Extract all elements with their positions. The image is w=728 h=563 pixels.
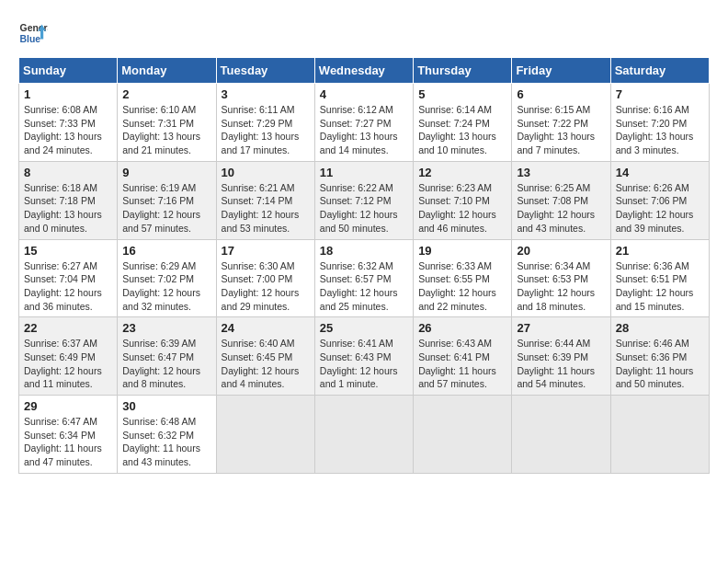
calendar-cell: 27Sunrise: 6:44 AM Sunset: 6:39 PM Dayli… — [512, 317, 610, 396]
calendar-cell: 1Sunrise: 6:08 AM Sunset: 7:33 PM Daylig… — [19, 84, 118, 162]
day-number: 14 — [616, 166, 704, 179]
day-number: 3 — [222, 87, 310, 101]
calendar-cell — [414, 396, 512, 474]
calendar-cell: 6Sunrise: 6:15 AM Sunset: 7:22 PM Daylig… — [512, 84, 610, 162]
day-info: Sunrise: 6:32 AM Sunset: 6:57 PM Dayligh… — [320, 259, 408, 314]
day-number: 24 — [222, 321, 310, 335]
day-info: Sunrise: 6:22 AM Sunset: 7:12 PM Dayligh… — [320, 181, 408, 236]
weekday-header-sunday: Sunday — [19, 58, 118, 84]
calendar-cell: 24Sunrise: 6:40 AM Sunset: 6:45 PM Dayli… — [216, 317, 314, 396]
day-info: Sunrise: 6:16 AM Sunset: 7:20 PM Dayligh… — [616, 103, 704, 157]
day-number: 18 — [320, 244, 408, 258]
calendar-cell: 30Sunrise: 6:48 AM Sunset: 6:32 PM Dayli… — [118, 396, 216, 474]
day-number: 9 — [122, 166, 210, 179]
calendar: SundayMondayTuesdayWednesdayThursdayFrid… — [18, 57, 710, 474]
calendar-cell: 11Sunrise: 6:22 AM Sunset: 7:12 PM Dayli… — [314, 161, 413, 239]
day-info: Sunrise: 6:27 AM Sunset: 7:04 PM Dayligh… — [24, 259, 112, 314]
calendar-cell: 10Sunrise: 6:21 AM Sunset: 7:14 PM Dayli… — [216, 161, 314, 239]
day-info: Sunrise: 6:40 AM Sunset: 6:45 PM Dayligh… — [222, 337, 310, 391]
day-info: Sunrise: 6:46 AM Sunset: 6:36 PM Dayligh… — [616, 337, 704, 391]
day-number: 17 — [222, 244, 310, 258]
day-info: Sunrise: 6:14 AM Sunset: 7:24 PM Dayligh… — [418, 103, 506, 157]
day-info: Sunrise: 6:41 AM Sunset: 6:43 PM Dayligh… — [320, 337, 408, 391]
day-info: Sunrise: 6:11 AM Sunset: 7:29 PM Dayligh… — [222, 103, 310, 157]
calendar-cell: 15Sunrise: 6:27 AM Sunset: 7:04 PM Dayli… — [19, 239, 118, 317]
weekday-header-friday: Friday — [512, 58, 610, 84]
calendar-cell: 21Sunrise: 6:36 AM Sunset: 6:51 PM Dayli… — [610, 239, 709, 317]
calendar-cell: 7Sunrise: 6:16 AM Sunset: 7:20 PM Daylig… — [610, 84, 709, 162]
day-number: 4 — [320, 87, 408, 101]
weekday-header-wednesday: Wednesday — [314, 58, 413, 84]
day-number: 5 — [418, 87, 506, 101]
calendar-cell: 16Sunrise: 6:29 AM Sunset: 7:02 PM Dayli… — [118, 239, 216, 317]
calendar-cell: 9Sunrise: 6:19 AM Sunset: 7:16 PM Daylig… — [118, 161, 216, 239]
week-row-4: 22Sunrise: 6:37 AM Sunset: 6:49 PM Dayli… — [19, 317, 710, 396]
day-number: 1 — [24, 87, 112, 101]
day-info: Sunrise: 6:15 AM Sunset: 7:22 PM Dayligh… — [517, 103, 605, 157]
logo: General Blue — [18, 18, 48, 48]
calendar-cell: 23Sunrise: 6:39 AM Sunset: 6:47 PM Dayli… — [118, 317, 216, 396]
calendar-cell: 14Sunrise: 6:26 AM Sunset: 7:06 PM Dayli… — [610, 161, 709, 239]
week-row-5: 29Sunrise: 6:47 AM Sunset: 6:34 PM Dayli… — [19, 396, 710, 474]
day-number: 26 — [418, 321, 506, 335]
weekday-header-thursday: Thursday — [414, 58, 512, 84]
weekday-header-tuesday: Tuesday — [216, 58, 314, 84]
day-info: Sunrise: 6:29 AM Sunset: 7:02 PM Dayligh… — [122, 259, 210, 314]
day-info: Sunrise: 6:30 AM Sunset: 7:00 PM Dayligh… — [222, 259, 310, 314]
weekday-header-monday: Monday — [118, 58, 216, 84]
calendar-cell: 4Sunrise: 6:12 AM Sunset: 7:27 PM Daylig… — [314, 84, 413, 162]
svg-text:Blue: Blue — [20, 34, 41, 44]
day-number: 29 — [24, 399, 112, 413]
day-number: 10 — [222, 166, 310, 179]
calendar-cell: 5Sunrise: 6:14 AM Sunset: 7:24 PM Daylig… — [414, 84, 512, 162]
day-number: 20 — [517, 244, 605, 258]
calendar-cell: 22Sunrise: 6:37 AM Sunset: 6:49 PM Dayli… — [19, 317, 118, 396]
calendar-cell — [512, 396, 610, 474]
day-info: Sunrise: 6:43 AM Sunset: 6:41 PM Dayligh… — [418, 337, 506, 391]
header: General Blue — [18, 18, 710, 48]
weekday-header-saturday: Saturday — [610, 58, 709, 84]
day-number: 23 — [122, 321, 210, 335]
calendar-cell: 2Sunrise: 6:10 AM Sunset: 7:31 PM Daylig… — [118, 84, 216, 162]
day-number: 25 — [320, 321, 408, 335]
day-info: Sunrise: 6:34 AM Sunset: 6:53 PM Dayligh… — [517, 259, 605, 314]
day-number: 15 — [24, 244, 112, 258]
calendar-cell — [314, 396, 413, 474]
calendar-cell: 12Sunrise: 6:23 AM Sunset: 7:10 PM Dayli… — [414, 161, 512, 239]
day-info: Sunrise: 6:36 AM Sunset: 6:51 PM Dayligh… — [616, 259, 704, 314]
general-blue-icon: General Blue — [18, 18, 48, 48]
day-number: 8 — [24, 166, 112, 179]
day-info: Sunrise: 6:25 AM Sunset: 7:08 PM Dayligh… — [517, 181, 605, 236]
day-info: Sunrise: 6:12 AM Sunset: 7:27 PM Dayligh… — [320, 103, 408, 157]
day-info: Sunrise: 6:26 AM Sunset: 7:06 PM Dayligh… — [616, 181, 704, 236]
calendar-cell: 18Sunrise: 6:32 AM Sunset: 6:57 PM Dayli… — [314, 239, 413, 317]
day-number: 7 — [616, 87, 704, 101]
day-info: Sunrise: 6:44 AM Sunset: 6:39 PM Dayligh… — [517, 337, 605, 391]
day-info: Sunrise: 6:21 AM Sunset: 7:14 PM Dayligh… — [222, 181, 310, 236]
calendar-cell: 26Sunrise: 6:43 AM Sunset: 6:41 PM Dayli… — [414, 317, 512, 396]
day-info: Sunrise: 6:33 AM Sunset: 6:55 PM Dayligh… — [418, 259, 506, 314]
day-info: Sunrise: 6:23 AM Sunset: 7:10 PM Dayligh… — [418, 181, 506, 236]
calendar-cell — [610, 396, 709, 474]
calendar-cell: 28Sunrise: 6:46 AM Sunset: 6:36 PM Dayli… — [610, 317, 709, 396]
calendar-cell: 19Sunrise: 6:33 AM Sunset: 6:55 PM Dayli… — [414, 239, 512, 317]
calendar-cell: 25Sunrise: 6:41 AM Sunset: 6:43 PM Dayli… — [314, 317, 413, 396]
calendar-cell: 20Sunrise: 6:34 AM Sunset: 6:53 PM Dayli… — [512, 239, 610, 317]
week-row-3: 15Sunrise: 6:27 AM Sunset: 7:04 PM Dayli… — [19, 239, 710, 317]
week-row-2: 8Sunrise: 6:18 AM Sunset: 7:18 PM Daylig… — [19, 161, 710, 239]
day-info: Sunrise: 6:18 AM Sunset: 7:18 PM Dayligh… — [24, 181, 112, 236]
day-number: 27 — [517, 321, 605, 335]
day-number: 11 — [320, 166, 408, 179]
day-info: Sunrise: 6:08 AM Sunset: 7:33 PM Dayligh… — [24, 103, 112, 157]
day-number: 19 — [418, 244, 506, 258]
day-info: Sunrise: 6:47 AM Sunset: 6:34 PM Dayligh… — [24, 415, 112, 469]
day-info: Sunrise: 6:10 AM Sunset: 7:31 PM Dayligh… — [122, 103, 210, 157]
day-info: Sunrise: 6:19 AM Sunset: 7:16 PM Dayligh… — [122, 181, 210, 236]
day-number: 28 — [616, 321, 704, 335]
day-number: 6 — [517, 87, 605, 101]
day-number: 13 — [517, 166, 605, 179]
day-info: Sunrise: 6:48 AM Sunset: 6:32 PM Dayligh… — [122, 415, 210, 469]
calendar-cell: 13Sunrise: 6:25 AM Sunset: 7:08 PM Dayli… — [512, 161, 610, 239]
day-number: 12 — [418, 166, 506, 179]
day-number: 30 — [122, 399, 210, 413]
